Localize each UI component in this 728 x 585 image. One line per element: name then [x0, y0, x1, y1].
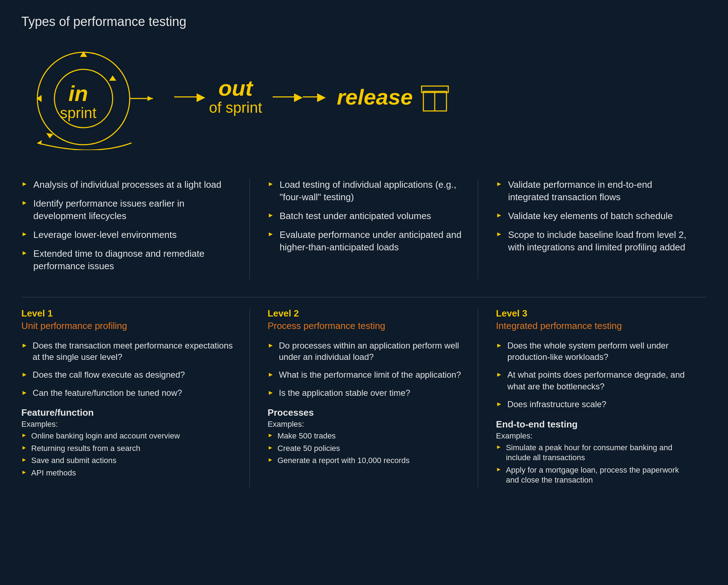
feature-item: ► Returning results from a search — [21, 443, 235, 454]
in-label: in — [43, 83, 114, 105]
level-question: ► Can the feature/function be tuned now? — [21, 387, 235, 399]
bullet-item: ► Evaluate performance under anticipated… — [268, 229, 464, 254]
level-sections: Level 1 Unit performance profiling ► Doe… — [21, 297, 707, 488]
in-sprint-section: in sprint — [21, 43, 171, 150]
level-bullet-icon: ► — [496, 370, 502, 379]
of-sprint-text: of sprint — [209, 99, 262, 116]
bullet-arrow-icon: ► — [496, 230, 502, 238]
level-3-col: Level 3 Integrated performance testing ►… — [478, 308, 707, 488]
level-question: ► At what points does performance degrad… — [496, 369, 692, 392]
feature-section-2: Processes Examples: ► Make 500 trades ► … — [268, 407, 464, 466]
feature-bullet-icon: ► — [268, 432, 273, 439]
svg-marker-4 — [46, 133, 53, 138]
bullet-item: ► Batch test under anticipated volumes — [268, 210, 464, 222]
bullet-text: Leverage lower-level environments — [33, 229, 177, 241]
level-3-number: Level 3 — [496, 308, 692, 319]
content-sections: ► Analysis of individual processes at a … — [21, 171, 707, 279]
in-sprint-label: in sprint — [43, 83, 114, 122]
feature-text: Create 50 policies — [278, 443, 340, 454]
feature-bullet-icon: ► — [21, 456, 27, 464]
examples-label: Examples: — [496, 431, 692, 441]
feature-text: Returning results from a search — [31, 443, 140, 454]
content-col-3: ► Validate performance in end-to-end int… — [478, 179, 707, 279]
out-label: out of sprint — [209, 77, 262, 116]
bullet-text: Batch test under anticipated volumes — [279, 210, 431, 222]
level-2-col: Level 2 Process performance testing ► Do… — [250, 308, 478, 488]
examples-label: Examples: — [21, 420, 235, 429]
feature-bullet-icon: ► — [496, 466, 502, 473]
bullet-arrow-icon: ► — [496, 180, 502, 188]
content-col-2: ► Load testing of individual application… — [250, 179, 478, 279]
bullet-text: Validate performance in end-to-end integ… — [508, 179, 692, 203]
feature-bullet-icon: ► — [21, 432, 27, 439]
bullet-arrow-icon: ► — [21, 230, 28, 238]
level-3-subtitle: Integrated performance testing — [496, 320, 692, 331]
bullet-text: Validate key elements of batch schedule — [508, 210, 673, 222]
feature-text: Online banking login and account overvie… — [31, 431, 180, 441]
bullet-item: ► Load testing of individual application… — [268, 179, 464, 203]
flow-diagram: in sprint ▶ out of sprint ▶ ▶ release — [21, 40, 707, 154]
bullet-arrow-icon: ► — [21, 198, 28, 207]
bullet-arrow-icon: ► — [268, 211, 274, 219]
level-bullet-icon: ► — [268, 388, 274, 397]
bullet-arrow-icon: ► — [268, 230, 274, 238]
level-1-number: Level 1 — [21, 308, 235, 319]
level-bullet-icon: ► — [496, 341, 502, 350]
feature-bullet-icon: ► — [21, 469, 27, 476]
question-text: What is the performance limit of the app… — [279, 369, 461, 381]
level-1-col: Level 1 Unit performance profiling ► Doe… — [21, 308, 250, 488]
level-question: ► What is the performance limit of the a… — [268, 369, 464, 381]
feature-title: Feature/function — [21, 407, 235, 418]
feature-section-1: Feature/function Examples: ► Online bank… — [21, 407, 235, 478]
box-icon — [420, 81, 452, 113]
sprint-label-text: sprint — [43, 105, 114, 122]
arrow1: ▶ — [174, 91, 205, 102]
level-2-number: Level 2 — [268, 308, 464, 319]
level-question: ► Does the whole system perform well und… — [496, 340, 692, 363]
feature-item: ► API methods — [21, 468, 235, 478]
feature-item: ► Simulate a peak hour for consumer bank… — [496, 443, 692, 463]
feature-item: ► Create 50 policies — [268, 443, 464, 454]
bullet-text: Load testing of individual applications … — [279, 179, 464, 203]
bullet-text: Identify performance issues earlier in d… — [33, 197, 235, 222]
bullet-item: ► Extended time to diagnose and remediat… — [21, 248, 235, 272]
feature-text: Apply for a mortgage loan, process the p… — [506, 465, 692, 485]
level-question: ► Does infrastructure scale? — [496, 399, 692, 410]
level-question: ► Does the transaction meet performance … — [21, 340, 235, 363]
level-1-subtitle: Unit performance profiling — [21, 320, 235, 331]
feature-item: ► Online banking login and account overv… — [21, 431, 235, 441]
level-2-subtitle: Process performance testing — [268, 320, 464, 331]
svg-marker-5 — [109, 75, 116, 81]
examples-label: Examples: — [268, 420, 464, 429]
release-section: release — [337, 81, 452, 113]
svg-marker-7 — [148, 96, 153, 101]
bullet-item: ► Validate performance in end-to-end int… — [496, 179, 692, 203]
level-bullet-icon: ► — [21, 341, 28, 350]
level-question: ► Does the call flow execute as designed… — [21, 369, 235, 381]
question-text: At what points does performance degrade,… — [507, 369, 692, 392]
feature-text: Save and submit actions — [31, 456, 117, 466]
question-text: Does the call flow execute as designed? — [33, 369, 185, 381]
bullet-arrow-icon: ► — [496, 211, 502, 219]
bullet-arrow-icon: ► — [21, 249, 28, 257]
page-title: Types of performance testing — [21, 14, 707, 29]
question-text: Does the whole system perform well under… — [507, 340, 692, 363]
feature-bullet-icon: ► — [268, 444, 273, 452]
feature-text: API methods — [31, 468, 76, 478]
feature-item: ► Generate a report with 10,000 records — [268, 456, 464, 466]
level-bullet-icon: ► — [496, 400, 502, 408]
question-text: Can the feature/function be tuned now? — [33, 387, 182, 399]
bullet-item: ► Validate key elements of batch schedul… — [496, 210, 692, 222]
question-text: Does the transaction meet performance ex… — [33, 340, 235, 363]
feature-item: ► Apply for a mortgage loan, process the… — [496, 465, 692, 485]
level-bullet-icon: ► — [21, 370, 28, 379]
question-text: Does infrastructure scale? — [507, 399, 606, 410]
feature-bullet-icon: ► — [21, 444, 27, 452]
level-bullet-icon: ► — [21, 388, 28, 397]
feature-item: ► Make 500 trades — [268, 431, 464, 441]
bullet-text: Extended time to diagnose and remediate … — [33, 248, 235, 272]
content-col-1: ► Analysis of individual processes at a … — [21, 179, 250, 279]
bullet-item: ► Scope to include baseline load from le… — [496, 229, 692, 254]
release-label: release — [337, 84, 413, 110]
question-text: Do processes within an application perfo… — [279, 340, 464, 363]
